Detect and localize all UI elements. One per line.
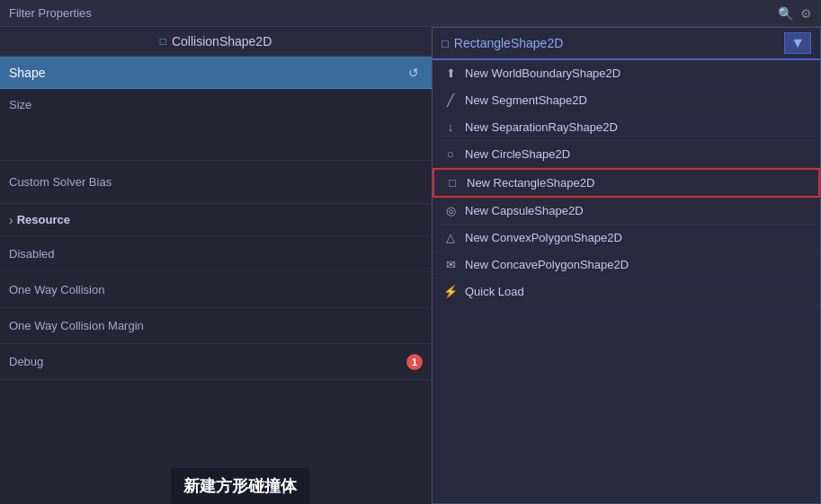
shape-row[interactable]: Shape ↺: [0, 57, 432, 89]
dropdown-items-list: ⬆ New WorldBoundaryShape2D ╱ New Segment…: [433, 60, 820, 305]
debug-label: Debug: [9, 355, 403, 368]
dropdown-panel: □ RectangleShape2D ▼ ⬆ New WorldBoundary…: [432, 27, 821, 504]
search-icon[interactable]: 🔍: [778, 6, 793, 21]
rectangle-icon: □: [445, 176, 460, 190]
selected-shape-icon: □: [442, 37, 449, 50]
debug-row: Debug 1: [0, 344, 432, 380]
resource-label: Resource: [17, 213, 70, 226]
size-property-row: Size: [0, 89, 432, 161]
top-bar-icons: 🔍 ⚙: [778, 6, 812, 21]
title-icon: □: [160, 35, 166, 48]
debug-badge: 1: [406, 354, 423, 370]
separation-ray-icon: ↓: [443, 120, 458, 134]
item-concave-polygon-label: New ConcavePolygonShape2D: [465, 258, 629, 271]
item-segment-label: New SegmentShape2D: [465, 93, 587, 107]
selected-shape-bar: □ RectangleShape2D ▼: [433, 28, 820, 60]
item-rectangle[interactable]: □ New RectangleShape2D: [433, 168, 820, 198]
segment-icon: ╱: [443, 93, 458, 107]
settings-icon[interactable]: ⚙: [800, 6, 812, 21]
shape-label: Shape: [9, 66, 408, 80]
one-way-collision-label: One Way Collision: [9, 283, 423, 296]
properties-panel: □ CollisionShape2D Shape ↺ Size Custom S…: [0, 27, 432, 504]
custom-solver-bias-label: Custom Solver Bias: [9, 175, 423, 189]
panel-title-text: CollisionShape2D: [172, 34, 272, 49]
item-concave-polygon[interactable]: ✉ New ConcavePolygonShape2D: [433, 252, 820, 279]
item-capsule[interactable]: ◎ New CapsuleShape2D: [433, 198, 820, 225]
item-convex-polygon[interactable]: △ New ConvexPolygonShape2D: [433, 225, 820, 252]
capsule-icon: ◎: [443, 204, 458, 217]
quick-load-item[interactable]: ⚡ Quick Load: [433, 279, 820, 305]
one-way-collision-margin-row: One Way Collision Margin: [0, 308, 432, 344]
circle-icon: ○: [443, 147, 458, 161]
panel-title: □ CollisionShape2D: [0, 27, 432, 57]
item-rectangle-label: New RectangleShape2D: [467, 176, 594, 190]
one-way-collision-margin-label: One Way Collision Margin: [9, 319, 423, 332]
world-boundary-icon: ⬆: [443, 66, 458, 80]
quick-load-icon: ⚡: [443, 285, 458, 298]
item-world-boundary[interactable]: ⬆ New WorldBoundaryShape2D: [433, 60, 820, 87]
custom-solver-bias-row: Custom Solver Bias: [0, 161, 432, 204]
convex-polygon-icon: △: [443, 231, 458, 244]
quick-load-label: Quick Load: [465, 285, 524, 298]
item-separation-ray[interactable]: ↓ New SeparationRayShape2D: [433, 114, 820, 141]
concave-polygon-icon: ✉: [443, 258, 458, 271]
top-bar: Filter Properties 🔍 ⚙: [0, 0, 821, 27]
one-way-collision-row: One Way Collision: [0, 272, 432, 308]
selected-shape-label: RectangleShape2D: [454, 36, 784, 50]
disabled-row: Disabled: [0, 236, 432, 272]
item-capsule-label: New CapsuleShape2D: [465, 204, 584, 217]
disabled-label: Disabled: [9, 247, 423, 261]
size-label: Size: [9, 98, 423, 111]
shape-reset-icon[interactable]: ↺: [408, 66, 419, 80]
resource-arrow: ›: [9, 213, 13, 227]
item-separation-ray-label: New SeparationRayShape2D: [465, 120, 618, 134]
tooltip-text: 新建方形碰撞体: [183, 477, 297, 495]
resource-row: › Resource: [0, 204, 432, 236]
item-convex-polygon-label: New ConvexPolygonShape2D: [465, 231, 622, 244]
item-segment[interactable]: ╱ New SegmentShape2D: [433, 87, 820, 114]
item-world-boundary-label: New WorldBoundaryShape2D: [465, 66, 620, 80]
filter-label: Filter Properties: [9, 6, 92, 20]
item-circle[interactable]: ○ New CircleShape2D: [433, 141, 820, 168]
main-panel: Filter Properties 🔍 ⚙ □ CollisionShape2D…: [0, 0, 821, 504]
tooltip-box: 新建方形碰撞体: [171, 468, 309, 504]
dropdown-arrow-button[interactable]: ▼: [784, 32, 811, 54]
item-circle-label: New CircleShape2D: [465, 147, 570, 161]
